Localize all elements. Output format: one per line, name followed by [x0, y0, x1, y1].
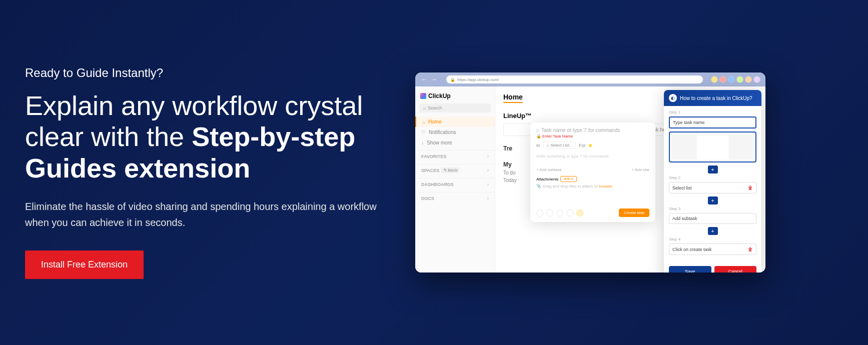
url-text: https://app.clickup.com/ [457, 78, 499, 82]
step-4-input[interactable]: Click on create task 🗑 [669, 244, 756, 255]
page-title: Home [503, 93, 523, 103]
nav-label: Notifications [429, 130, 456, 135]
guide-panel: ◐ How to create a task in ClickUp? Step … [664, 90, 761, 272]
paperclip-icon: 📎 [536, 184, 541, 188]
url-bar[interactable]: 🔒 https://app.clickup.com/ [446, 76, 703, 84]
section-label: DOCS [421, 196, 434, 201]
search-icon: ⌕ [547, 143, 549, 148]
task-location-row: In ⌕ Select List... For [536, 142, 649, 149]
section-label: DASHBOARDS [421, 182, 454, 187]
guide-title: How to create a task in ClickUp? [680, 96, 752, 101]
chevron-down-icon: ↓ [421, 140, 424, 146]
browser-chrome: ← → 🔒 https://app.clickup.com/ [415, 72, 765, 86]
bell-icon: ♡ [421, 130, 426, 135]
search-input[interactable]: ⌕ Search [419, 104, 491, 112]
search-placeholder: Search [428, 106, 442, 110]
app-screenshot: ← → 🔒 https://app.clickup.com/ ClickUp ⌕… [415, 72, 765, 272]
create-task-button[interactable]: Create task [619, 208, 649, 217]
chevron-right-icon: › [487, 182, 489, 187]
description-input[interactable]: Write something or type '/' for commands [536, 154, 649, 158]
save-button[interactable]: Save [669, 266, 711, 272]
step-label: Step 2 [669, 176, 756, 180]
ext-icon[interactable] [745, 76, 752, 83]
ext-icon[interactable] [719, 76, 726, 83]
headline: Explain any workflow crystal clear with … [25, 90, 395, 183]
drag-drop-hint: 📎 Drag and drop files to attach or brows… [536, 184, 649, 188]
step-label: Step 4 [669, 237, 756, 242]
more-icon[interactable] [576, 210, 583, 216]
guide-logo-icon: ◐ [669, 94, 677, 102]
section-spaces[interactable]: SPACES ↰ Back › [415, 164, 495, 176]
step-label: Step 3 [669, 206, 756, 211]
home-icon: ⌂ [422, 119, 425, 124]
trash-icon[interactable]: 🗑 [748, 246, 753, 252]
brand[interactable]: ClickUp [415, 90, 495, 104]
sidebar-item-notifications[interactable]: ♡ Notifications [415, 127, 495, 138]
link-icon[interactable] [566, 210, 573, 216]
sidebar: ClickUp ⌕ Search ⌂ Home ♡ Notifications … [415, 86, 495, 272]
chevron-right-icon: › [487, 196, 489, 201]
add-subtask-button[interactable]: + Add subtask [536, 168, 561, 172]
subtext: Eliminate the hassle of video sharing an… [25, 198, 395, 230]
guide-header: ◐ How to create a task in ClickUp? [664, 90, 761, 106]
guide-footer: Save Cancel [664, 262, 761, 272]
extension-icons [711, 76, 760, 83]
for-label: For [579, 143, 586, 148]
section-label: FAVORITES [421, 154, 446, 159]
add-checklist-button[interactable]: + Add che [631, 168, 649, 172]
chevron-right-icon: › [487, 168, 489, 173]
add-step-button[interactable]: + [708, 196, 718, 204]
ext-icon[interactable] [753, 76, 760, 83]
lock-icon: 🔒 [450, 78, 455, 82]
attachments-row: Attachments Add ▾ [536, 176, 649, 182]
task-name-input[interactable]: Task name or type '/' for commands [541, 128, 620, 133]
nav-label: Show more [427, 140, 452, 146]
search-icon: ⌕ [423, 106, 426, 110]
step-2-input[interactable]: Select list 🗑 [669, 182, 756, 194]
add-step-button[interactable]: + [708, 166, 718, 174]
sidebar-item-home[interactable]: ⌂ Home [415, 116, 495, 127]
tag-icon[interactable] [556, 210, 563, 216]
assignee-avatar[interactable] [589, 144, 592, 147]
section-favorites[interactable]: FAVORITES › [415, 150, 495, 162]
brand-name: ClickUp [428, 92, 451, 100]
trash-icon[interactable]: 🗑 [748, 185, 753, 190]
tool-icons [536, 210, 583, 216]
eyebrow-text: Ready to Guide Instantly? [25, 66, 395, 80]
ext-icon[interactable] [711, 76, 718, 83]
step-3-input[interactable]: Add subtask [669, 213, 756, 224]
step-1-input[interactable]: Type task name [669, 116, 756, 128]
lock-icon: 🔒 [536, 134, 541, 138]
subtask-row: + Add subtask + Add che [536, 168, 649, 172]
ext-icon[interactable] [736, 76, 743, 83]
add-attachment-button[interactable]: Add ▾ [560, 176, 576, 182]
date-icon[interactable] [546, 210, 553, 216]
add-step-button[interactable]: + [708, 227, 718, 235]
nav-arrows: ← → [420, 76, 438, 84]
sidebar-item-showmore[interactable]: ↓ Show more [415, 138, 495, 148]
in-label: In [536, 143, 540, 148]
step-preview [669, 132, 756, 162]
guide-body: Step 1 Type task name + Step 2 Select li… [664, 106, 761, 262]
status-dot-icon [536, 129, 539, 132]
clickup-logo-icon [420, 93, 426, 99]
cancel-button[interactable]: Cancel [714, 266, 757, 272]
attachments-label: Attachments [536, 177, 558, 182]
install-extension-button[interactable]: Install Free Extension [25, 250, 144, 279]
forward-arrow-icon[interactable]: → [430, 76, 438, 84]
step-label: Step 1 [669, 110, 756, 114]
chevron-right-icon: › [487, 154, 489, 159]
browse-link[interactable]: browse [599, 184, 612, 188]
ext-icon[interactable] [728, 76, 735, 83]
section-label: SPACES [421, 168, 439, 173]
task-modal: Task name or type '/' for commands 🔒 Ent… [530, 122, 655, 222]
section-docs[interactable]: DOCS › [415, 192, 495, 204]
select-list-dropdown[interactable]: ⌕ Select List... [543, 142, 576, 149]
section-dashboards[interactable]: DASHBOARDS › [415, 178, 495, 190]
nav-label: Home [428, 119, 442, 124]
priority-icon[interactable] [536, 210, 543, 216]
task-error-message: 🔒 Enter Task Name [536, 134, 649, 138]
hero-content: Ready to Guide Instantly? Explain any wo… [25, 66, 395, 278]
back-button[interactable]: ↰ Back [441, 168, 459, 173]
back-arrow-icon[interactable]: ← [420, 76, 428, 84]
